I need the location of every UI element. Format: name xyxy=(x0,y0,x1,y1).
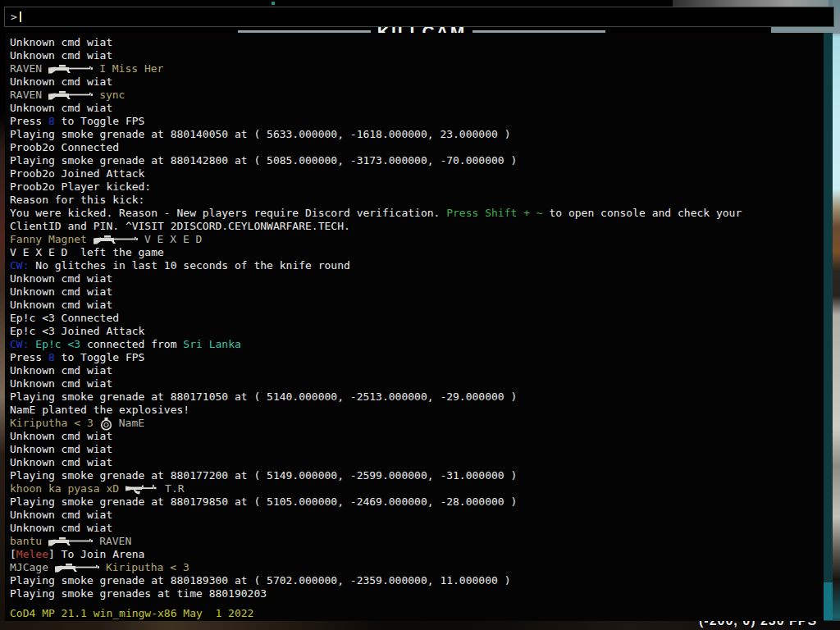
sniper-rifle-icon xyxy=(48,537,93,546)
console-text-segment: Unknown cmd wiat xyxy=(10,102,112,114)
console-text-segment: Unknown cmd wiat xyxy=(10,456,112,468)
console-text-segment: Ep!c <3 Joined Attack xyxy=(10,325,144,337)
console-text-segment: Playing smoke grenade at 880142800 at ( … xyxy=(10,154,517,167)
console-line: Unknown cmd wiat xyxy=(10,430,824,443)
console-text-segment: Playing smoke grenade at 880177200 at ( … xyxy=(10,469,517,482)
console-line: Proob2o Player kicked: xyxy=(10,180,824,194)
console-line: Unknown cmd wiat xyxy=(10,522,824,535)
console-text-segment: 8 xyxy=(48,115,55,127)
console-text-segment: Press xyxy=(10,115,48,127)
console-input-bar[interactable]: > xyxy=(4,7,834,27)
console-line: khoon ka pyasa xDT.R xyxy=(10,482,824,495)
console-line: Proob2o Connected xyxy=(10,141,824,154)
console-line: You were kicked. Reason - New players re… xyxy=(10,207,824,220)
console-text-segment: V E X E D xyxy=(144,233,202,245)
console-line: Playing smoke grenade at 880142800 at ( … xyxy=(10,154,824,167)
console-text-segment: RAVEN xyxy=(10,89,42,101)
console-line: Unknown cmd wiat xyxy=(10,299,824,312)
console-text-segment: Unknown cmd wiat xyxy=(10,285,112,298)
console-text-segment: Ep!c <3 xyxy=(35,338,80,350)
console-text-segment: RAVEN xyxy=(10,62,42,75)
console-line: RAVENsync xyxy=(10,89,824,102)
console-text-segment: Kiriputha < 3 xyxy=(10,417,94,429)
console-line: bantuRAVEN xyxy=(10,535,824,548)
console-text-segment: V E X E D left the game xyxy=(10,246,164,258)
console-line: Playing smoke grenade at 880189300 at ( … xyxy=(10,574,824,587)
console-line: Playing smoke grenade at 880140050 at ( … xyxy=(10,128,824,141)
console-text-segment: Unknown cmd wiat xyxy=(10,522,112,534)
console-text-segment: to Toggle FPS xyxy=(55,351,145,363)
console-line: Unknown cmd wiat xyxy=(10,364,824,377)
console-text-segment: connected from xyxy=(80,338,183,350)
game-background-top-building xyxy=(673,0,829,7)
console-line: Playing smoke grenade at 880171050 at ( … xyxy=(10,390,824,404)
console-line: Unknown cmd wiat xyxy=(10,443,824,456)
console-text-segment: Playing smoke grenades at time 880190203 xyxy=(10,587,267,600)
console-text-segment: Playing smoke grenade at 880171050 at ( … xyxy=(10,390,517,403)
console-text-segment: Unknown cmd wiat xyxy=(10,443,112,455)
console-log: Unknown cmd wiatUnknown cmd wiatRAVENI M… xyxy=(10,36,824,600)
console-text-segment: ClientID and PIN. ^VISIT 2DISCORD.CEYLON… xyxy=(10,220,350,232)
game-background-speck xyxy=(272,2,275,5)
console-scrollbar-thumb[interactable] xyxy=(824,582,833,620)
console-text-segment: Press xyxy=(10,351,48,363)
console-text-segment: No glitches in last 10 seconds of the kn… xyxy=(29,259,349,272)
sniper-rifle-icon xyxy=(48,91,93,100)
ak47-icon xyxy=(126,484,158,495)
console-text-segment: Sri Lanka xyxy=(183,338,240,350)
console-line: Unknown cmd wiat xyxy=(10,377,824,390)
game-screen: KILLCAM (-200, 0) 230 FPS > Unknown cmd … xyxy=(0,0,840,630)
console-text-segment: Unknown cmd wiat xyxy=(10,75,112,88)
console-text-segment: T.R xyxy=(165,482,184,495)
console-text-segment: Unknown cmd wiat xyxy=(10,272,112,285)
console-line: CW: Ep!c <3 connected from Sri Lanka xyxy=(10,338,824,351)
console-line: Fanny MagnetV E X E D xyxy=(10,233,824,246)
console-text-segment: CW: xyxy=(10,338,29,350)
console-text-segment: Unknown cmd wiat xyxy=(10,509,112,521)
console-text-segment: I Miss Her xyxy=(99,62,163,75)
console-text-segment: sync xyxy=(99,89,125,101)
console-line: Playing smoke grenades at time 880190203 xyxy=(10,587,824,600)
console-text-segment: Proob2o Connected xyxy=(10,141,119,153)
console-line: Unknown cmd wiat xyxy=(10,36,824,49)
sniper-rifle-icon xyxy=(48,65,93,74)
console-line: Proob2o Joined Attack xyxy=(10,167,824,180)
console-text-segment: Ep!c <3 Connected xyxy=(10,312,119,324)
sniper-rifle-icon xyxy=(55,564,99,573)
console-line: RAVENI Miss Her xyxy=(10,62,824,75)
console-line: Unknown cmd wiat xyxy=(10,285,824,299)
console-text-segment: Unknown cmd wiat xyxy=(10,49,112,62)
console-text-segment: 8 xyxy=(48,351,55,363)
console-line: Playing smoke grenade at 880177200 at ( … xyxy=(10,469,824,482)
console-text-segment: [ xyxy=(10,548,16,560)
console-line: Unknown cmd wiat xyxy=(10,75,824,89)
console-text-segment: Unknown cmd wiat xyxy=(10,364,112,377)
console-text-segment: CW: xyxy=(10,259,29,272)
console-line: Reason for this kick: xyxy=(10,194,824,207)
console-text-segment: Unknown cmd wiat xyxy=(10,299,112,311)
console-text-segment: Melee xyxy=(16,548,48,560)
console-scrollbar[interactable] xyxy=(824,33,833,621)
console-text-segment: Reason for this kick: xyxy=(10,194,144,206)
console-line: Unknown cmd wiat xyxy=(10,509,824,522)
console-text-segment: Kiriputha < 3 xyxy=(106,561,189,573)
console-line: [Melee] To Join Arena xyxy=(10,548,824,561)
console-text-segment: RAVEN xyxy=(99,535,131,547)
console-text-segment: khoon ka pyasa xD xyxy=(10,482,119,495)
grenade-icon xyxy=(100,418,112,431)
console-text-segment: Unknown cmd wiat xyxy=(10,377,112,390)
console-cursor xyxy=(20,11,21,22)
console-text-segment: to open console and check your xyxy=(543,207,742,219)
console-line: Ep!c <3 Joined Attack xyxy=(10,325,824,338)
console-text-segment: Proob2o Joined Attack xyxy=(10,167,144,180)
sniper-rifle-icon xyxy=(94,235,138,244)
console-line: Unknown cmd wiat xyxy=(10,272,824,285)
console-line: Press 8 to Toggle FPS xyxy=(10,351,824,364)
console-text-segment: NamE xyxy=(119,417,144,429)
console-line: V E X E D left the game xyxy=(10,246,824,259)
console-line: NamE planted the explosives! xyxy=(10,404,824,417)
console-text-segment: MJCage xyxy=(10,561,48,573)
version-string: CoD4 MP 21.1 win_mingw-x86 May 1 2022 xyxy=(10,607,824,620)
console-line: Unknown cmd wiat xyxy=(10,102,824,115)
console-text-segment: Unknown cmd wiat xyxy=(10,36,112,48)
